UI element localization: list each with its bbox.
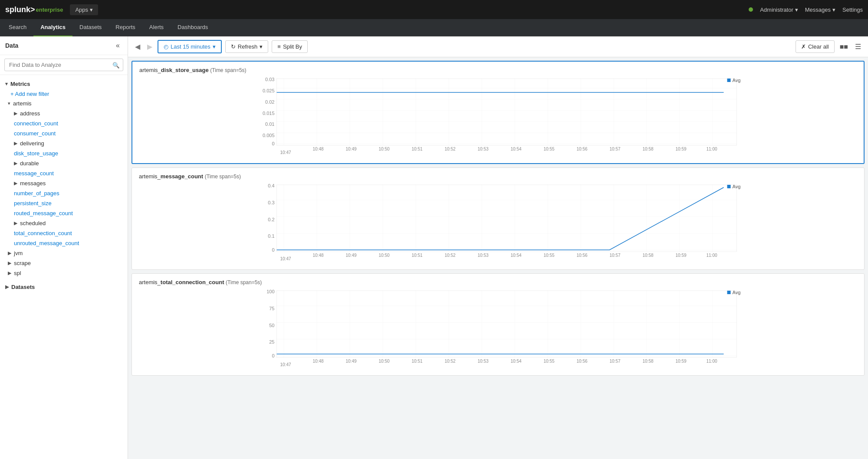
messages-link[interactable]: Messages ▾ — [805, 7, 835, 13]
svg-text:0.025: 0.025 — [263, 88, 275, 93]
sidebar-group-delivering[interactable]: ▶ delivering — [0, 138, 128, 148]
jvm-chevron-icon: ▶ — [8, 250, 11, 256]
svg-text:10:50: 10:50 — [379, 147, 390, 151]
chart-total-connection-count[interactable]: artemis_total_connection_count (Time spa… — [132, 273, 865, 376]
svg-text:10:53: 10:53 — [478, 359, 489, 364]
forward-button[interactable]: ▶ — [145, 41, 154, 52]
nav-alerts[interactable]: Alerts — [142, 19, 171, 36]
status-indicator[interactable] — [749, 7, 753, 12]
svg-text:10:47: 10:47 — [280, 362, 291, 367]
add-filter-button[interactable]: + Add new filter — [0, 89, 54, 98]
sidebar-section-datasets[interactable]: ▶ Datasets — [0, 282, 128, 292]
svg-text:10:49: 10:49 — [346, 253, 357, 258]
nav-dashboards[interactable]: Dashboards — [171, 19, 215, 36]
search-box: 🔍 — [0, 55, 128, 75]
toolbar-right: ✗ Clear all ■■ ☰ — [796, 40, 863, 53]
svg-text:10:58: 10:58 — [643, 253, 654, 258]
sidebar-link-number-of-pages[interactable]: number_of_pages — [0, 188, 128, 198]
chart-disk-store-usage[interactable]: artemis_disk_store_usage (Time span=5s) … — [132, 61, 865, 164]
messages-group-label: messages — [20, 180, 46, 187]
admin-label: Administrator — [760, 7, 793, 13]
svg-text:10:56: 10:56 — [577, 253, 588, 258]
chart-wrapper-1: 0.03 0.025 0.02 0.015 0.01 0.005 0 10:47… — [139, 77, 857, 156]
sidebar-link-disk-store-usage[interactable]: disk_store_usage — [0, 148, 128, 158]
svg-text:0.1: 0.1 — [268, 233, 274, 239]
admin-link[interactable]: Administrator ▾ — [760, 7, 798, 13]
svg-text:0.02: 0.02 — [265, 99, 274, 105]
sidebar-group-address[interactable]: ▶ address — [0, 108, 128, 118]
sidebar-link-total-connection-count[interactable]: total_connection_count — [0, 228, 128, 238]
split-by-button[interactable]: ≡ Split By — [272, 40, 308, 53]
sidebar-header: Data « — [0, 36, 128, 55]
refresh-button[interactable]: ↻ Refresh ▾ — [225, 40, 269, 53]
sidebar-link-unrouted-message-count[interactable]: unrouted_message_count — [0, 238, 128, 248]
search-icon-button[interactable]: 🔍 — [112, 62, 120, 68]
svg-text:10:58: 10:58 — [643, 147, 654, 151]
svg-text:Avg: Avg — [733, 184, 741, 189]
nav-datasets[interactable]: Datasets — [72, 19, 108, 36]
svg-rect-49 — [727, 185, 731, 188]
svg-text:25: 25 — [269, 339, 274, 344]
scheduled-chevron-icon: ▶ — [14, 220, 17, 226]
nav-search[interactable]: Search — [2, 19, 33, 36]
address-label: address — [20, 110, 40, 117]
sidebar-collapse-button[interactable]: « — [113, 41, 122, 50]
svg-text:10:51: 10:51 — [412, 359, 423, 364]
svg-text:10:48: 10:48 — [313, 147, 324, 151]
jvm-label: jvm — [14, 250, 23, 256]
nav-reports[interactable]: Reports — [108, 19, 142, 36]
apps-button[interactable]: Apps ▾ — [70, 4, 98, 15]
sidebar-link-message-count[interactable]: message_count — [0, 168, 128, 178]
refresh-icon: ↻ — [231, 43, 236, 50]
svg-text:10:54: 10:54 — [511, 253, 522, 258]
svg-text:10:52: 10:52 — [445, 359, 456, 364]
sidebar-group-messages[interactable]: ▶ messages — [0, 178, 128, 188]
sidebar-link-persistent-size[interactable]: persistent_size — [0, 198, 128, 208]
svg-text:10:57: 10:57 — [610, 147, 621, 151]
svg-text:0.2: 0.2 — [268, 217, 274, 222]
svg-text:10:53: 10:53 — [478, 147, 489, 151]
svg-text:10:59: 10:59 — [676, 253, 687, 258]
svg-text:10:50: 10:50 — [379, 253, 390, 258]
sidebar-group-spl[interactable]: ▶ spl — [0, 268, 128, 278]
search-icon: 🔍 — [112, 62, 120, 68]
svg-text:11:00: 11:00 — [707, 253, 717, 258]
sidebar-group-durable[interactable]: ▶ durable — [0, 158, 128, 168]
messages-label: Messages — [805, 7, 831, 13]
svg-text:10:47: 10:47 — [280, 256, 291, 261]
splunk-logo: splunk>enterprise — [5, 5, 63, 14]
svg-text:0: 0 — [272, 353, 274, 358]
split-by-label: Split By — [283, 43, 302, 50]
messages-chevron-icon: ▾ — [832, 7, 835, 13]
svg-text:10:52: 10:52 — [445, 147, 456, 151]
sidebar-link-connection-count[interactable]: connection_count — [0, 118, 128, 128]
sidebar-group-artemis[interactable]: ▾ artemis — [0, 98, 128, 108]
splunk-text: splunk> — [5, 5, 35, 14]
split-icon: ≡ — [277, 43, 281, 50]
chart-svg-3: 100 75 50 25 0 10:47 10:48 10:49 10:50 1… — [139, 289, 857, 367]
chart-title-total-connection-count: artemis_total_connection_count (Time spa… — [139, 279, 857, 285]
settings-link[interactable]: Settings — [842, 7, 863, 13]
sidebar-group-scheduled[interactable]: ▶ scheduled — [0, 218, 128, 228]
back-button[interactable]: ◀ — [133, 41, 142, 52]
chart-message-count[interactable]: artemis_message_count (Time span=5s) 0.4… — [132, 167, 865, 270]
sidebar-group-scrape[interactable]: ▶ scrape — [0, 258, 128, 268]
svg-text:0.03: 0.03 — [265, 77, 274, 82]
clear-all-button[interactable]: ✗ Clear all — [796, 40, 835, 53]
svg-text:10:58: 10:58 — [643, 359, 654, 364]
search-input[interactable] — [4, 59, 123, 71]
sidebar-group-jvm[interactable]: ▶ jvm — [0, 248, 128, 258]
list-view-button[interactable]: ☰ — [853, 41, 863, 52]
nav-analytics[interactable]: Analytics — [33, 19, 72, 36]
grid-view-button[interactable]: ■■ — [838, 41, 850, 52]
chart-wrapper-3: 100 75 50 25 0 10:47 10:48 10:49 10:50 1… — [139, 289, 857, 368]
svg-rect-74 — [727, 291, 731, 294]
chart-wrapper-2: 0.4 0.3 0.2 0.1 0 10:47 10:48 10:49 10:5… — [139, 183, 857, 262]
time-range-button[interactable]: ◴ Last 15 minutes ▾ — [158, 40, 222, 53]
sidebar-link-routed-message-count[interactable]: routed_message_count — [0, 208, 128, 218]
sidebar-link-consumer-count[interactable]: consumer_count — [0, 128, 128, 138]
sidebar-section-metrics[interactable]: ▾ Metrics — [0, 79, 128, 89]
time-range-label: Last 15 minutes — [171, 43, 210, 50]
svg-text:11:00: 11:00 — [707, 359, 717, 364]
sidebar-content: ▾ Metrics + Add new filter ▾ artemis ▶ a… — [0, 75, 128, 459]
